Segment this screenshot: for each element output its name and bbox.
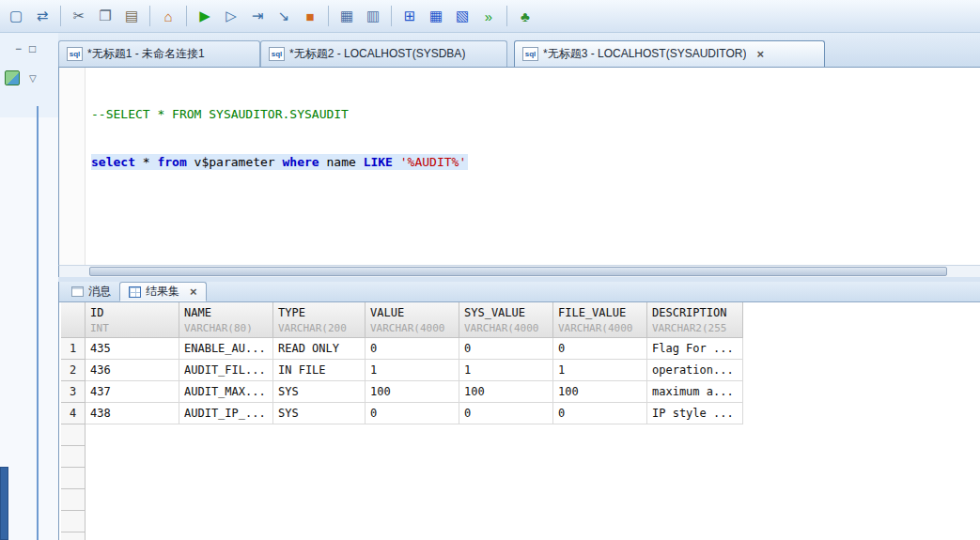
run-next-icon[interactable]: » — [476, 4, 501, 28]
editor-tab-3[interactable]: sql *无标题3 - LOCALHOST(SYSAUDITOR) × — [514, 40, 825, 67]
messages-tab[interactable]: 消息 — [63, 282, 119, 301]
resultset-tab[interactable]: 结果集 × — [119, 282, 207, 301]
cell[interactable]: SYS — [273, 381, 366, 403]
cell[interactable]: 0 — [366, 403, 459, 424]
cell[interactable]: AUDIT_IP_... — [179, 403, 273, 424]
run-icon[interactable]: ▶ — [193, 4, 217, 28]
empty-row-number[interactable] — [61, 511, 86, 532]
left-view-rail: − □ ▽ — [0, 33, 58, 540]
cell[interactable]: 100 — [553, 381, 647, 403]
cell[interactable]: operation... — [647, 360, 743, 381]
paste-icon[interactable]: ▤ — [119, 4, 144, 28]
close-tab-icon[interactable]: × — [756, 47, 764, 61]
cell[interactable]: 1 — [459, 360, 553, 381]
copy-icon[interactable]: ❐ — [93, 4, 117, 28]
view-menu-chevron-icon[interactable]: ▽ — [29, 73, 37, 84]
close-resultset-icon[interactable]: × — [190, 285, 197, 299]
cell[interactable]: 100 — [366, 381, 459, 403]
empty-row — [61, 468, 980, 489]
stop-icon[interactable]: ■ — [298, 4, 322, 28]
commit-icon[interactable]: ▦ — [334, 4, 359, 28]
editor-hscrollbar[interactable] — [58, 265, 980, 277]
tree-icon[interactable]: ♣ — [513, 4, 537, 28]
execute-script-icon[interactable]: ⇥ — [245, 4, 270, 28]
export-result-icon[interactable]: ↘ — [272, 4, 296, 28]
cell[interactable]: IN FILE — [273, 360, 366, 381]
main-area: sql *无标题1 - 未命名连接1 sql *无标题2 - LOCALHOST… — [58, 33, 980, 540]
cell[interactable]: 435 — [86, 338, 179, 360]
cell[interactable]: ENABLE_AU... — [179, 338, 273, 360]
editor-tab-1[interactable]: sql *无标题1 - 未命名连接1 — [58, 40, 260, 67]
cell[interactable]: 0 — [459, 403, 553, 424]
editor-tab-2[interactable]: sql *无标题2 - LOCALHOST(SYSDBA) — [260, 40, 507, 67]
editor-tab-1-label: *无标题1 - 未命名连接1 — [87, 46, 205, 62]
column-header-id[interactable]: IDINT — [86, 302, 179, 338]
rollback-icon[interactable]: ▥ — [361, 4, 385, 28]
cell[interactable]: 100 — [459, 381, 553, 403]
cell[interactable]: 1 — [553, 360, 647, 381]
cell[interactable]: 436 — [86, 360, 179, 381]
column-header-name[interactable]: NAMEVARCHAR(80) — [179, 302, 273, 338]
minimized-panel-strip[interactable] — [0, 467, 8, 540]
sql-token: name — [319, 155, 364, 169]
cell[interactable]: 0 — [459, 338, 553, 360]
empty-row-number[interactable] — [61, 446, 86, 468]
cell[interactable]: 1 — [366, 360, 459, 381]
minimize-view-button[interactable]: − — [15, 42, 22, 55]
sql-token: LIKE — [364, 155, 393, 169]
new-query-icon[interactable]: ▢ — [4, 4, 28, 28]
result-grid[interactable]: IDINTNAMEVARCHAR(80)TYPEVARCHAR(200VALUE… — [59, 302, 980, 540]
resultset-icon — [129, 286, 141, 298]
empty-row — [61, 532, 980, 540]
object-navigator-icon[interactable] — [5, 70, 20, 85]
sql-token: '%AUDIT%' — [400, 155, 466, 169]
restore-view-button[interactable]: □ — [29, 42, 36, 55]
cell[interactable]: SYS — [273, 403, 366, 424]
cell[interactable]: 0 — [366, 338, 459, 360]
table-data-icon[interactable]: ▦ — [424, 4, 448, 28]
column-header-file_value[interactable]: FILE_VALUEVARCHAR(4000 — [553, 302, 647, 338]
grid-corner-cell[interactable] — [61, 302, 86, 338]
row-number[interactable]: 3 — [61, 381, 86, 403]
connection-sync-icon[interactable]: ⇄ — [30, 4, 54, 28]
cell[interactable]: AUDIT_MAX... — [179, 381, 273, 403]
toolbar-separator — [149, 6, 150, 26]
table-edit-icon[interactable]: ▧ — [450, 4, 474, 28]
selected-sql-text: select * from v$parameter where name LIK… — [91, 154, 468, 170]
column-header-type[interactable]: TYPEVARCHAR(200 — [273, 302, 366, 338]
sql-editor[interactable]: --SELECT * FROM SYSAUDITOR.SYSAUDIT sele… — [58, 67, 980, 265]
editor-gutter — [59, 68, 86, 265]
cell[interactable]: 0 — [553, 403, 647, 424]
table-add-icon[interactable]: ⊞ — [397, 4, 422, 28]
execute-window-icon[interactable]: ▷ — [219, 4, 243, 28]
column-header-value[interactable]: VALUEVARCHAR(4000 — [366, 302, 459, 338]
cell[interactable]: 438 — [86, 403, 179, 424]
cell[interactable]: IP style ... — [647, 403, 743, 424]
cell[interactable]: 437 — [86, 381, 179, 403]
row-number[interactable]: 2 — [61, 360, 86, 381]
cell[interactable]: maximum a... — [647, 381, 743, 403]
cell[interactable]: AUDIT_FIL... — [179, 360, 273, 381]
empty-row-number[interactable] — [61, 424, 86, 446]
results-panel: 消息 结果集 × IDINTNAMEVARCHAR(80)TYPEVARCHAR… — [58, 282, 980, 540]
cell[interactable]: Flag For ... — [647, 338, 743, 360]
cell[interactable]: 0 — [553, 338, 647, 360]
sql-token: where — [283, 155, 319, 169]
cell[interactable]: READ ONLY — [273, 338, 366, 360]
row-number[interactable]: 4 — [61, 403, 86, 424]
column-header-sys_value[interactable]: SYS_VALUEVARCHAR(4000 — [459, 302, 553, 338]
empty-row-number[interactable] — [61, 532, 86, 540]
sql-token: from — [157, 155, 186, 169]
editor-tabbar: sql *无标题1 - 未命名连接1 sql *无标题2 - LOCALHOST… — [58, 33, 980, 67]
table-row: 3437AUDIT_MAX...SYS100100100maximum a... — [61, 381, 980, 403]
row-number[interactable]: 1 — [61, 338, 86, 360]
empty-row-number[interactable] — [61, 489, 86, 511]
empty-row-number[interactable] — [61, 468, 86, 489]
sql-file-icon: sql — [269, 47, 285, 61]
home-icon[interactable]: ⌂ — [156, 4, 180, 28]
hscroll-thumb[interactable] — [89, 267, 947, 276]
sql-code-area[interactable]: --SELECT * FROM SYSAUDITOR.SYSAUDIT sele… — [86, 68, 980, 265]
column-header-description[interactable]: DESCRIPTIONVARCHAR2(255 — [647, 302, 743, 338]
toolbar-separator — [391, 6, 392, 26]
cut-icon[interactable]: ✂ — [67, 4, 91, 28]
